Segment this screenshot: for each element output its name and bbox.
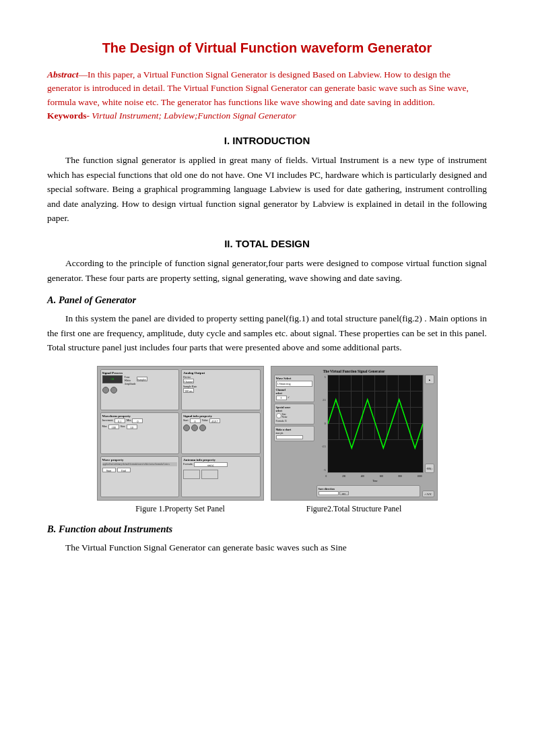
subsection-a-paragraph: In this system the panel are divided to … bbox=[47, 311, 487, 355]
figure1-caption: Figure 1.Property Set Panel bbox=[135, 504, 225, 514]
section-total-design-heading: II. TOTAL DESIGN bbox=[47, 238, 487, 249]
figure2-caption: Figure2.Total Structure Panel bbox=[306, 504, 401, 514]
page-title: The Design of Virtual Function waveform … bbox=[47, 40, 487, 56]
fig2-title-label: The Virtual Function Signal Generator bbox=[274, 369, 434, 373]
figures-row: Signal Process -13 ToneWhiteAmplitude Sa… bbox=[47, 366, 487, 514]
figure2-image: The Virtual Function Signal Generator Wa… bbox=[271, 366, 438, 501]
keywords-content: - Virtual Instrument; Labview;Function S… bbox=[87, 111, 296, 121]
total-design-paragraph: According to the principle of function s… bbox=[47, 256, 487, 285]
abstract-text: —In this paper, a Virtual Function Signa… bbox=[47, 69, 469, 107]
figure2-container: The Virtual Function Signal Generator Wa… bbox=[271, 366, 438, 514]
abstract-label: Abstract bbox=[47, 69, 79, 80]
subsection-b-paragraph: The Virtual Function Signal Generator ca… bbox=[47, 540, 487, 555]
subsection-a-heading: A. Panel of Generator bbox=[47, 294, 487, 306]
subsection-b-heading: B. Function about Instruments bbox=[47, 524, 487, 535]
abstract-block: Abstract—In this paper, a Virtual Functi… bbox=[47, 68, 487, 123]
keywords-label: Keywords bbox=[47, 111, 87, 121]
intro-paragraph: The function signal generator is applied… bbox=[47, 153, 487, 226]
figure1-container: Signal Process -13 ToneWhiteAmplitude Sa… bbox=[97, 366, 264, 514]
section-intro-heading: I. INTRODUCTION bbox=[47, 135, 487, 146]
figure1-image: Signal Process -13 ToneWhiteAmplitude Sa… bbox=[97, 366, 264, 501]
